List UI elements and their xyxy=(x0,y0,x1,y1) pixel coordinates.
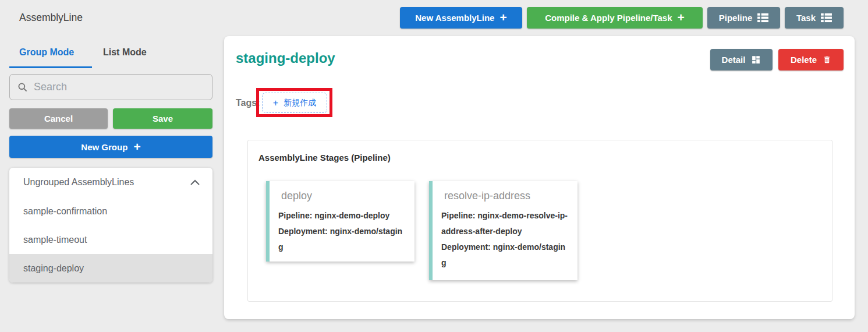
pipeline-label: Pipeline xyxy=(719,13,753,23)
tab-group-mode[interactable]: Group Mode xyxy=(19,47,74,58)
ungrouped-group-header[interactable]: Ungrouped AssemblyLines xyxy=(9,168,212,197)
compile-apply-label: Compile & Apply Pipeline/Task xyxy=(545,13,672,23)
table-list-icon xyxy=(757,13,768,23)
assemblyline-list-panel: Ungrouped AssemblyLines sample-confirmat… xyxy=(9,168,212,282)
stage-pipeline: Pipeline: nginx-demo-deploy xyxy=(278,208,406,224)
search-box[interactable] xyxy=(9,74,212,100)
list-item-sample-confirmation[interactable]: sample-confirmation xyxy=(9,197,212,225)
stages-title: AssemblyLine Stages (Pipeline) xyxy=(258,153,391,163)
stage-deployment: Deployment: nginx-demo/staging xyxy=(441,239,569,271)
chevron-up-icon[interactable] xyxy=(190,179,200,185)
cancel-button[interactable]: Cancel xyxy=(9,108,108,129)
list-item-sample-timeout[interactable]: sample-timeout xyxy=(9,225,212,254)
list-item-staging-deploy[interactable]: staging-deploy xyxy=(9,254,212,282)
main-panel: staging-deploy Detail Delete Tags: + 新規作… xyxy=(224,36,855,319)
plus-icon: + xyxy=(499,11,506,23)
tab-list-mode[interactable]: List Mode xyxy=(103,47,147,58)
save-button[interactable]: Save xyxy=(113,108,212,129)
tags-label: Tags: xyxy=(236,98,260,108)
search-input[interactable] xyxy=(34,81,205,93)
table-list-icon xyxy=(821,13,832,23)
search-icon xyxy=(17,82,28,93)
pipeline-button[interactable]: Pipeline xyxy=(707,7,780,29)
new-assemblyline-button[interactable]: New AssemblyLine + xyxy=(400,7,522,29)
plus-icon: + xyxy=(133,140,140,153)
delete-button[interactable]: Delete xyxy=(778,49,844,70)
stage-pipeline: Pipeline: nginx-demo-resolve-ip-address-… xyxy=(441,208,569,239)
compile-apply-button[interactable]: Compile & Apply Pipeline/Task + xyxy=(527,7,703,29)
new-tag-label: 新規作成 xyxy=(284,98,316,108)
plus-icon: + xyxy=(273,98,278,108)
detail-button[interactable]: Detail xyxy=(710,49,773,70)
detail-label: Detail xyxy=(722,55,746,65)
stage-name: resolve-ip-address xyxy=(433,181,578,204)
stage-card-resolve-ip-address[interactable]: resolve-ip-address Pipeline: nginx-demo-… xyxy=(429,181,578,280)
stage-card-deploy[interactable]: deploy Pipeline: nginx-demo-deploy Deplo… xyxy=(266,181,414,262)
new-tag-button[interactable]: + 新規作成 xyxy=(262,93,327,113)
task-label: Task xyxy=(796,13,816,23)
stage-name: deploy xyxy=(270,181,414,204)
new-assemblyline-label: New AssemblyLine xyxy=(415,13,494,23)
app-title: AssemblyLine xyxy=(19,12,83,24)
page-title: staging-deploy xyxy=(236,50,335,66)
new-group-button[interactable]: New Group + xyxy=(9,136,212,158)
stage-deployment: Deployment: nginx-demo/staging xyxy=(278,224,406,255)
dashboard-icon xyxy=(751,55,761,65)
plus-icon: + xyxy=(678,11,685,23)
delete-label: Delete xyxy=(791,55,817,65)
stages-panel: AssemblyLine Stages (Pipeline) deploy Pi… xyxy=(247,140,832,302)
group-title: Ungrouped AssemblyLines xyxy=(23,177,134,188)
trash-icon xyxy=(823,55,831,65)
active-tab-underline xyxy=(9,66,92,68)
new-group-label: New Group xyxy=(81,142,127,152)
task-button[interactable]: Task xyxy=(785,7,844,29)
